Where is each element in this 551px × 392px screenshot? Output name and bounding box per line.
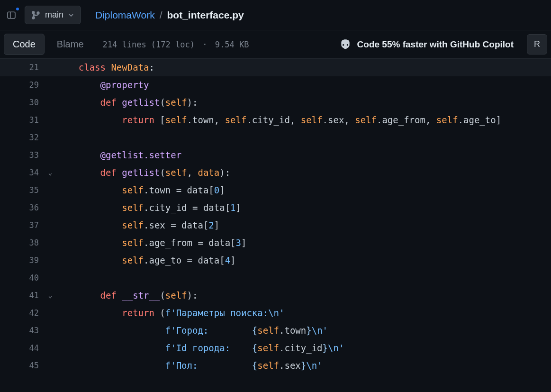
- line-number[interactable]: 31: [0, 111, 44, 129]
- line-number[interactable]: 38: [0, 234, 44, 252]
- code-line[interactable]: 21 class NewData:: [0, 59, 551, 76]
- code-line[interactable]: 32: [0, 129, 551, 146]
- svg-point-5: [343, 44, 344, 46]
- code-line[interactable]: 31 return [self.town, self.city_id, self…: [0, 111, 551, 129]
- breadcrumb-separator: /: [160, 9, 163, 21]
- code-line[interactable]: 40: [0, 269, 551, 287]
- code-line[interactable]: 42 return (f'Параметры поиска:\n': [0, 304, 551, 322]
- line-number[interactable]: 41: [0, 287, 44, 304]
- code-line[interactable]: 37 self.sex = data[2]: [0, 217, 551, 234]
- file-info: 214 lines (172 loc) · 9.54 KB: [103, 40, 249, 49]
- file-size-info: 9.54 KB: [215, 40, 249, 49]
- code-content[interactable]: f'Id города: {self.city_id}\n': [57, 339, 344, 357]
- branch-selector-button[interactable]: main: [25, 6, 81, 24]
- code-line[interactable]: 44 f'Id города: {self.city_id}\n': [0, 339, 551, 357]
- git-branch-icon: [32, 11, 40, 19]
- code-line[interactable]: 41⌄ def __str__(self):: [0, 287, 551, 304]
- line-number[interactable]: 34: [0, 164, 44, 182]
- svg-rect-0: [8, 12, 15, 18]
- code-content[interactable]: def __str__(self):: [57, 287, 198, 304]
- sidebar-toggle-button[interactable]: [4, 8, 19, 23]
- line-number[interactable]: 39: [0, 252, 44, 269]
- line-number[interactable]: 43: [0, 322, 44, 339]
- line-number[interactable]: 42: [0, 304, 44, 322]
- line-number[interactable]: 32: [0, 129, 44, 146]
- code-content[interactable]: def getlist(self):: [57, 94, 198, 111]
- breadcrumb: DiplomaWork / bot_interface.py: [95, 9, 244, 21]
- code-content[interactable]: return (f'Параметры поиска:\n': [57, 304, 285, 322]
- code-line[interactable]: 33 @getlist.setter: [0, 146, 551, 164]
- code-content[interactable]: return [self.town, self.city_id, self.se…: [57, 111, 501, 129]
- notification-dot-icon: [15, 7, 20, 11]
- branch-name: main: [45, 10, 63, 20]
- code-content[interactable]: self.town = data[0]: [57, 182, 225, 199]
- code-line[interactable]: 39 self.age_to = data[4]: [0, 252, 551, 269]
- line-number[interactable]: 30: [0, 94, 44, 111]
- line-number[interactable]: 29: [0, 76, 44, 94]
- line-number[interactable]: 33: [0, 146, 44, 164]
- code-line[interactable]: 35 self.town = data[0]: [0, 182, 551, 199]
- line-number[interactable]: 21: [0, 59, 44, 76]
- code-line[interactable]: 38 self.age_from = data[3]: [0, 234, 551, 252]
- separator-dot: ·: [202, 40, 207, 49]
- line-number[interactable]: 35: [0, 182, 44, 199]
- copilot-promo-button[interactable]: Code 55% faster with GitHub Copilot: [339, 38, 514, 51]
- file-header: main DiplomaWork / bot_interface.py: [0, 0, 551, 30]
- view-tabs: Code Blame: [4, 34, 92, 55]
- file-lines-info: 214 lines (172 loc): [103, 40, 195, 49]
- code-content[interactable]: self.sex = data[2]: [57, 217, 219, 234]
- fold-toggle-icon[interactable]: ⌄: [44, 164, 57, 182]
- line-number[interactable]: 44: [0, 339, 44, 357]
- code-content[interactable]: f'Пол: {self.sex}\n': [57, 357, 323, 374]
- code-tab[interactable]: Code: [4, 34, 45, 55]
- code-content[interactable]: class NewData:: [57, 59, 154, 76]
- code-content[interactable]: def getlist(self, data):: [57, 164, 230, 182]
- line-number[interactable]: 36: [0, 199, 44, 217]
- code-line[interactable]: 34⌄ def getlist(self, data):: [0, 164, 551, 182]
- code-content[interactable]: self.city_id = data[1]: [57, 199, 241, 217]
- file-toolbar: Code Blame 214 lines (172 loc) · 9.54 KB…: [0, 30, 551, 59]
- code-line[interactable]: 30 def getlist(self):: [0, 94, 551, 111]
- code-viewer[interactable]: 21 class NewData:29 @property30 def getl…: [0, 59, 551, 374]
- svg-point-6: [346, 44, 348, 46]
- code-content[interactable]: @getlist.setter: [57, 146, 181, 164]
- code-line[interactable]: 43 f'Город: {self.town}\n': [0, 322, 551, 339]
- breadcrumb-filename: bot_interface.py: [167, 9, 244, 21]
- line-number[interactable]: 40: [0, 269, 44, 287]
- raw-button[interactable]: R: [527, 34, 547, 55]
- line-number[interactable]: 37: [0, 217, 44, 234]
- blame-tab[interactable]: Blame: [48, 34, 92, 55]
- code-line[interactable]: 45 f'Пол: {self.sex}\n': [0, 357, 551, 374]
- breadcrumb-repo-link[interactable]: DiplomaWork: [95, 9, 155, 21]
- line-number[interactable]: 45: [0, 357, 44, 374]
- code-content[interactable]: self.age_to = data[4]: [57, 252, 236, 269]
- chevron-down-icon: [68, 12, 74, 18]
- copilot-icon: [339, 38, 352, 51]
- code-line[interactable]: 29 @property: [0, 76, 551, 94]
- copilot-promo-text: Code 55% faster with GitHub Copilot: [357, 39, 514, 50]
- code-content[interactable]: self.age_from = data[3]: [57, 234, 246, 252]
- fold-toggle-icon[interactable]: ⌄: [44, 287, 57, 304]
- code-content[interactable]: f'Город: {self.town}\n': [57, 322, 328, 339]
- code-line[interactable]: 36 self.city_id = data[1]: [0, 199, 551, 217]
- code-content[interactable]: @property: [57, 76, 149, 94]
